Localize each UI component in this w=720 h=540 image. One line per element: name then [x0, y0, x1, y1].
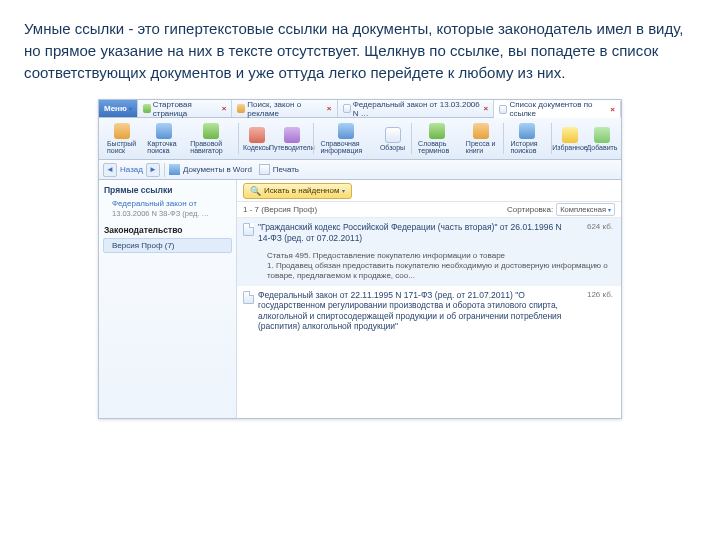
btn-label: Пресса и книги — [466, 140, 496, 154]
dictionary-button[interactable]: Словарь терминов — [414, 121, 460, 156]
history-button[interactable]: История поисков — [507, 121, 549, 156]
result-item[interactable]: "Гражданский кодекс Российской Федерации… — [237, 218, 621, 248]
card-icon — [156, 123, 172, 139]
back-button[interactable]: ◄ — [103, 163, 117, 177]
doc-icon — [385, 127, 401, 143]
sort-controls: Сортировка: Комплексная ▾ — [507, 203, 615, 216]
search-in-found-label: Искать в найденном — [264, 186, 339, 195]
info-icon — [338, 123, 354, 139]
search-card-button[interactable]: Карточка поиска — [143, 121, 184, 156]
home-icon — [143, 104, 151, 113]
sidebar-legislation-header: Законодательство — [102, 222, 233, 236]
compass-icon — [203, 123, 219, 139]
tab-label: Поиск, закон о рекламе — [247, 100, 325, 118]
separator — [164, 163, 165, 177]
document-icon — [243, 223, 254, 236]
forward-button[interactable]: ► — [146, 163, 160, 177]
guides-button[interactable]: Путеводители — [274, 121, 310, 156]
news-icon — [473, 123, 489, 139]
favorites-button[interactable]: Избранное — [555, 121, 585, 156]
chevron-down-icon: ▾ — [608, 206, 611, 213]
btn-label: Кодексы — [243, 144, 270, 151]
tab-federal-law[interactable]: Федеральный закон от 13.03.2006 N … × — [338, 100, 495, 117]
result-size: 624 кб. — [571, 222, 615, 243]
menu-label: Меню — [104, 104, 127, 113]
document-icon — [243, 291, 254, 304]
dict-icon — [429, 123, 445, 139]
print-label[interactable]: Печать — [273, 165, 299, 174]
btn-label: Путеводители — [269, 144, 315, 151]
tab-bar: Меню ▾ Стартовая страница × Поиск, закон… — [99, 100, 621, 118]
btn-label: Избранное — [552, 144, 587, 151]
reference-info-button[interactable]: Справочная информация — [316, 121, 375, 156]
tab-label: Список документов по ссылке — [509, 100, 608, 118]
add-button[interactable]: Добавить — [587, 121, 617, 156]
list-icon — [499, 105, 507, 114]
btn-label: Правовой навигатор — [190, 140, 231, 154]
btn-label: История поисков — [511, 140, 545, 154]
sort-combo[interactable]: Комплексная ▾ — [556, 203, 615, 216]
results-count: 1 - 7 (Версия Проф) — [243, 205, 317, 214]
tab-doc-list[interactable]: Список документов по ссылке × — [494, 101, 621, 118]
plus-icon — [594, 127, 610, 143]
star-icon — [562, 127, 578, 143]
magnifier-icon — [114, 123, 130, 139]
book-icon — [249, 127, 265, 143]
tab-start-page[interactable]: Стартовая страница × — [138, 100, 233, 117]
close-icon[interactable]: × — [610, 105, 615, 114]
separator — [238, 123, 239, 154]
sidebar: Прямые ссылки Федеральный закон от 13.03… — [99, 180, 237, 418]
sort-value: Комплексная — [560, 205, 606, 214]
btn-label: Карточка поиска — [147, 140, 180, 154]
search-toolbar: 🔍 Искать в найденном ▾ — [237, 180, 621, 202]
sidebar-source-doc-link[interactable]: Федеральный закон от — [102, 198, 233, 209]
magnifier-icon: 🔍 — [250, 186, 261, 196]
codes-button[interactable]: Кодексы — [242, 121, 272, 156]
close-icon[interactable]: × — [327, 104, 332, 113]
content-panel: 🔍 Искать в найденном ▾ 1 - 7 (Версия Про… — [237, 180, 621, 418]
result-title: "Гражданский кодекс Российской Федерации… — [258, 222, 567, 243]
sort-label: Сортировка: — [507, 205, 553, 214]
document-icon — [343, 104, 351, 113]
word-icon — [169, 164, 180, 175]
back-label: Назад — [120, 165, 143, 174]
results-meta-row: 1 - 7 (Версия Проф) Сортировка: Комплекс… — [237, 202, 621, 218]
search-icon — [237, 104, 245, 113]
separator — [313, 123, 314, 154]
legal-navigator-button[interactable]: Правовой навигатор — [186, 121, 235, 156]
separator — [503, 123, 504, 154]
chevron-down-icon: ▾ — [129, 105, 132, 112]
consultant-app-window: Меню ▾ Стартовая страница × Поиск, закон… — [98, 99, 622, 419]
separator — [411, 123, 412, 154]
history-icon — [519, 123, 535, 139]
result-size: 126 кб. — [571, 290, 615, 333]
menu-tab[interactable]: Меню ▾ — [99, 100, 138, 117]
search-in-found-button[interactable]: 🔍 Искать в найденном ▾ — [243, 183, 352, 199]
docs-word-label[interactable]: Документы в Word — [183, 165, 252, 174]
sidebar-direct-links-header: Прямые ссылки — [102, 184, 233, 198]
close-icon[interactable]: × — [484, 104, 489, 113]
sidebar-source-doc-date: 13.03.2006 N 38-ФЗ (ред. … — [102, 209, 233, 222]
quick-search-button[interactable]: Быстрый поиск — [103, 121, 141, 156]
sidebar-item-prof-version[interactable]: Версия Проф (7) — [103, 238, 232, 253]
close-icon[interactable]: × — [222, 104, 227, 113]
btn-label: Обзоры — [380, 144, 405, 151]
result-snippet-row: Статья 495. Предоставление покупателю ин… — [237, 249, 621, 286]
btn-label: Быстрый поиск — [107, 140, 137, 154]
btn-label: Добавить — [587, 144, 618, 151]
tab-search[interactable]: Поиск, закон о рекламе × — [232, 100, 337, 117]
result-snippet: Статья 495. Предоставление покупателю ин… — [267, 251, 615, 281]
chevron-down-icon: ▾ — [342, 187, 345, 194]
slide-description-text: Умные ссылки - это гипертекстовые ссылки… — [0, 0, 720, 91]
result-item[interactable]: Федеральный закон от 22.11.1995 N 171-ФЗ… — [237, 286, 621, 338]
tab-label: Стартовая страница — [153, 100, 220, 118]
tab-label: Федеральный закон от 13.03.2006 N … — [353, 100, 482, 118]
results-list: "Гражданский кодекс Российской Федерации… — [237, 218, 621, 418]
reviews-button[interactable]: Обзоры — [378, 121, 408, 156]
press-books-button[interactable]: Пресса и книги — [462, 121, 500, 156]
print-icon — [259, 164, 270, 175]
btn-label: Словарь терминов — [418, 140, 456, 154]
guide-icon — [284, 127, 300, 143]
result-title: Федеральный закон от 22.11.1995 N 171-ФЗ… — [258, 290, 567, 333]
main-toolbar: Быстрый поиск Карточка поиска Правовой н… — [99, 118, 621, 160]
